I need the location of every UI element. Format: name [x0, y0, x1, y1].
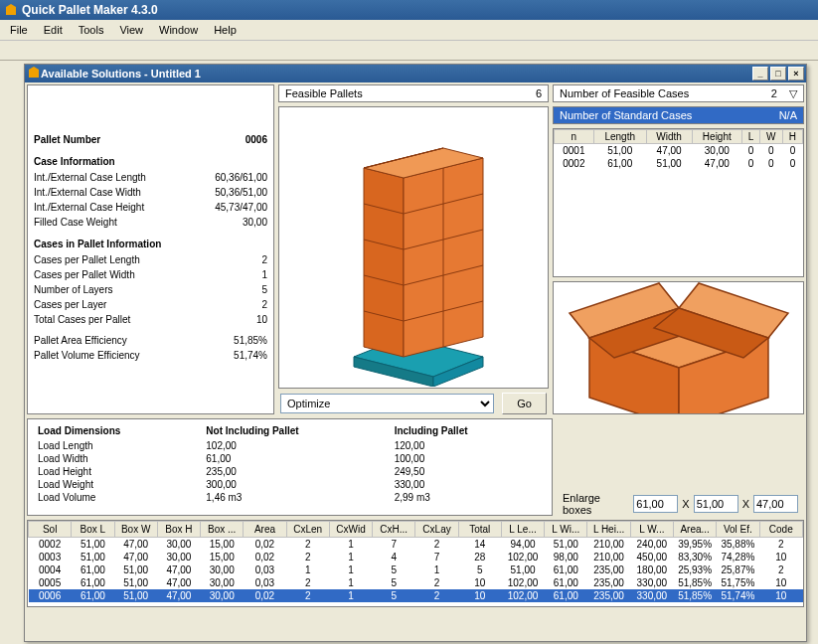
close-button[interactable]: × [788, 67, 804, 80]
app-titlebar: Quick Pallet Maker 4.3.0 [0, 0, 818, 20]
minimize-button[interactable]: _ [752, 67, 768, 80]
feasible-cases-header[interactable]: Number of Feasible Cases 2 ▽ [553, 84, 804, 102]
svg-rect-2 [29, 70, 39, 78]
enlarge-length-input[interactable] [633, 495, 678, 513]
menu-edit[interactable]: Edit [38, 22, 69, 38]
menu-view[interactable]: View [113, 22, 149, 38]
svg-marker-1 [6, 4, 16, 7]
child-window-icon [27, 66, 41, 81]
table-row: 000261,0051,0047,00000 [555, 157, 803, 170]
feasible-pallets-header: Feasible Pallets6 [278, 84, 549, 102]
table-row[interactable]: 000461,0051,0047,0030,000,031151551,0061… [29, 564, 803, 576]
optimize-select[interactable]: Optimize [280, 394, 494, 413]
table-row[interactable]: 000661,0051,0047,0030,000,02215210102,00… [29, 589, 803, 602]
cases-table[interactable]: nLengthWidthHeightLWH 000151,0047,0030,0… [553, 128, 804, 277]
menu-file[interactable]: File [4, 22, 34, 38]
box-visualization[interactable] [553, 281, 804, 414]
info-panel: Pallet Number0006 Case Information Int./… [27, 84, 274, 414]
pallet-visualization[interactable] [278, 106, 549, 389]
table-row[interactable]: 000561,0051,0047,0030,000,03215210102,00… [29, 576, 803, 589]
toolbar [0, 41, 818, 61]
app-title: Quick Pallet Maker 4.3.0 [22, 3, 158, 17]
results-grid[interactable]: SolBox LBox WBox HBox ...AreaCxLenCxWidC… [27, 520, 804, 607]
child-title: Available Solutions - Untitled 1 [41, 68, 201, 80]
enlarge-boxes-row: Enlarge boxes X X [555, 490, 806, 518]
svg-marker-3 [29, 67, 39, 70]
load-dimensions-panel: Load DimensionsNot Including PalletInclu… [27, 418, 553, 516]
menu-window[interactable]: Window [153, 22, 204, 38]
menubar: File Edit Tools View Window Help [0, 20, 818, 41]
go-button[interactable]: Go [502, 393, 547, 414]
child-window: Available Solutions - Untitled 1 _ □ × P… [24, 64, 807, 642]
child-titlebar: Available Solutions - Untitled 1 _ □ × [25, 65, 806, 82]
table-row: 000151,0047,0030,00000 [555, 144, 803, 158]
table-row[interactable]: 000351,0047,0030,0015,000,02214728102,00… [29, 551, 803, 564]
menu-help[interactable]: Help [208, 22, 243, 38]
menu-tools[interactable]: Tools [73, 22, 110, 38]
app-icon [4, 3, 18, 17]
enlarge-width-input[interactable] [694, 495, 738, 513]
standard-cases-header: Number of Standard CasesN/A [553, 106, 804, 124]
table-row[interactable]: 000251,0047,0030,0015,000,0221721494,005… [29, 538, 803, 552]
maximize-button[interactable]: □ [770, 67, 786, 80]
enlarge-height-input[interactable] [753, 495, 798, 513]
svg-rect-0 [6, 7, 16, 15]
svg-marker-10 [364, 168, 404, 357]
